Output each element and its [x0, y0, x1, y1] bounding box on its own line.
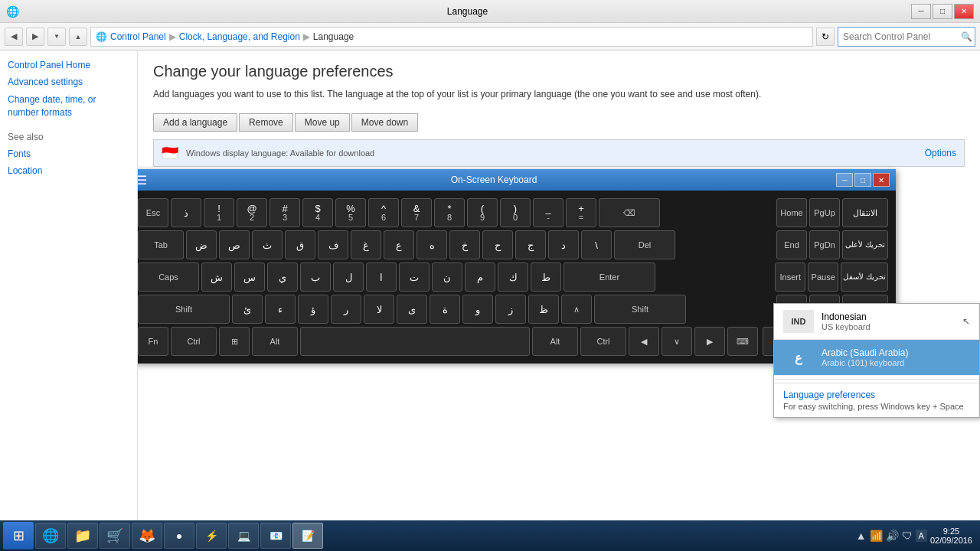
taskbar-app-explorer[interactable]: 📁: [67, 523, 98, 549]
key-i[interactable]: ه: [416, 230, 447, 259]
osk-minimize-button[interactable]: ─: [836, 173, 853, 187]
key-c[interactable]: ؤ: [298, 295, 328, 324]
close-button[interactable]: ✕: [954, 4, 974, 19]
key-r[interactable]: ق: [285, 230, 315, 259]
lang-pref-link[interactable]: Language preferences: [783, 390, 970, 400]
key-esc[interactable]: Esc: [138, 198, 168, 227]
sidebar-item-fonts[interactable]: Fonts: [8, 148, 129, 159]
key-4[interactable]: $4: [302, 198, 333, 227]
key-right-arrow[interactable]: ▶: [694, 327, 725, 356]
key-m[interactable]: ة: [430, 295, 460, 324]
key-0[interactable]: )0: [500, 198, 531, 227]
language-list-item[interactable]: 🇮🇩 Windows display language: Available f…: [153, 139, 965, 167]
forward-button[interactable]: ▶: [26, 28, 44, 46]
key-z[interactable]: ئ: [232, 295, 263, 324]
key-pgup[interactable]: PgUp: [809, 198, 840, 227]
key-space[interactable]: [300, 327, 530, 356]
sidebar-item-location[interactable]: Location: [8, 165, 129, 176]
back-button[interactable]: ◀: [5, 28, 23, 46]
key-w[interactable]: ص: [219, 230, 250, 259]
key-7[interactable]: &7: [401, 198, 432, 227]
tray-network-icon[interactable]: 📶: [870, 530, 883, 542]
tray-clock[interactable]: 9:25 02/09/2016: [930, 527, 972, 545]
tray-ime-indicator[interactable]: A: [916, 530, 927, 542]
key-win[interactable]: ⊞: [219, 327, 250, 356]
key-n[interactable]: ى: [397, 295, 427, 324]
key-ctrl-r[interactable]: Ctrl: [580, 327, 626, 356]
key-period[interactable]: ز: [495, 295, 526, 324]
key-end[interactable]: End: [776, 230, 807, 259]
key-9[interactable]: (9: [467, 198, 498, 227]
key-up-arrow[interactable]: ∧: [561, 295, 592, 324]
key-b[interactable]: لا: [364, 295, 394, 324]
breadcrumb-part2[interactable]: Clock, Language, and Region: [179, 31, 300, 42]
breadcrumb-part1[interactable]: Control Panel: [110, 31, 166, 42]
key-pause[interactable]: Pause: [808, 262, 838, 292]
key-comma[interactable]: و: [462, 295, 493, 324]
start-button[interactable]: ⊞: [3, 522, 34, 549]
key-v[interactable]: ر: [331, 295, 361, 324]
tray-arrow-icon[interactable]: ▲: [856, 530, 867, 542]
key-y[interactable]: غ: [351, 230, 381, 259]
key-p[interactable]: ح: [482, 230, 513, 259]
sidebar-item-date-time-formats[interactable]: Change date, time, or number formats: [8, 93, 129, 119]
add-language-button[interactable]: Add a language: [153, 113, 237, 132]
taskbar-app-ie[interactable]: 🌐: [35, 523, 66, 549]
key-3[interactable]: #3: [270, 198, 300, 227]
key-caps[interactable]: Caps: [138, 262, 199, 292]
key-backtick[interactable]: ذ: [171, 198, 201, 227]
key-o[interactable]: خ: [449, 230, 480, 259]
key-backslash[interactable]: \: [581, 230, 612, 259]
key-2[interactable]: @2: [237, 198, 267, 227]
key-6[interactable]: ^6: [368, 198, 399, 227]
key-minus[interactable]: _-: [533, 198, 564, 227]
refresh-button[interactable]: ↻: [816, 28, 835, 46]
key-down-arrow[interactable]: ∨: [662, 327, 692, 356]
move-down-button[interactable]: Move down: [351, 113, 418, 132]
key-numpad-icon[interactable]: ⌨: [727, 327, 758, 356]
key-8[interactable]: *8: [434, 198, 465, 227]
key-l[interactable]: م: [465, 262, 495, 292]
osk-menu-icon[interactable]: ☰: [138, 173, 147, 187]
up-button[interactable]: ▲: [69, 28, 87, 46]
lang-popup-item-arabic[interactable]: ع Arabic (Saudi Arabia) Arabic (101) key…: [774, 340, 979, 376]
taskbar-app-store[interactable]: 🛒: [100, 523, 130, 549]
key-t[interactable]: ف: [318, 230, 348, 259]
key-left-arrow[interactable]: ◀: [629, 327, 659, 356]
osk-maximize-button[interactable]: □: [854, 173, 871, 187]
tray-antivirus-icon[interactable]: 🛡: [902, 530, 913, 542]
key-k[interactable]: ن: [432, 262, 462, 292]
remove-button[interactable]: Remove: [239, 113, 293, 132]
key-ctrl-l[interactable]: Ctrl: [171, 327, 217, 356]
key-shift-r[interactable]: Shift: [594, 295, 686, 324]
lang-popup-item-indonesian[interactable]: IND Indonesian US keyboard ↖: [774, 304, 979, 340]
key-pgdn[interactable]: PgDn: [809, 230, 840, 259]
key-1[interactable]: !1: [204, 198, 234, 227]
key-ar-move-down2[interactable]: تحريك لأسفل: [841, 262, 888, 292]
key-backspace[interactable]: ⌫: [599, 198, 660, 227]
key-home[interactable]: Home: [776, 198, 807, 227]
key-equals[interactable]: +=: [566, 198, 596, 227]
key-ar-navigate[interactable]: الانتقال: [842, 198, 888, 227]
tray-volume-icon[interactable]: 🔊: [886, 530, 899, 542]
taskbar-app-bluetooth[interactable]: ⚡: [196, 523, 227, 549]
sidebar-item-advanced-settings[interactable]: Advanced settings: [8, 77, 129, 87]
key-enter[interactable]: Enter: [564, 262, 655, 292]
key-semicolon[interactable]: ك: [498, 262, 528, 292]
key-s[interactable]: س: [234, 262, 265, 292]
key-e[interactable]: ث: [252, 230, 283, 259]
key-bracket-r[interactable]: د: [548, 230, 579, 259]
sidebar-item-control-panel-home[interactable]: Control Panel Home: [8, 60, 129, 70]
key-5[interactable]: %5: [335, 198, 366, 227]
key-fn[interactable]: Fn: [138, 327, 168, 356]
dropdown-button[interactable]: ▼: [47, 28, 66, 46]
key-alt-l[interactable]: Alt: [252, 327, 298, 356]
osk-close-button[interactable]: ✕: [873, 173, 890, 187]
key-tab[interactable]: Tab: [138, 230, 184, 259]
key-bracket-l[interactable]: ج: [515, 230, 546, 259]
key-f[interactable]: ب: [300, 262, 331, 292]
search-icon[interactable]: 🔍: [961, 31, 972, 42]
taskbar-app-chrome[interactable]: ●: [164, 523, 194, 549]
minimize-button[interactable]: ─: [911, 4, 931, 19]
taskbar-app-active[interactable]: 📝: [292, 523, 323, 549]
